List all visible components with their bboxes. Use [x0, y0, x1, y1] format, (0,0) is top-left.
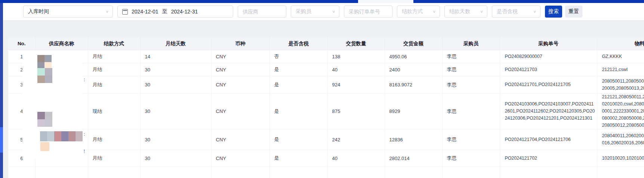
table-header-row: No. 供应商名称 结款方式 月结天数 币种 是否含税 交货数量 交货金额 采购…: [8, 37, 644, 50]
results-table-wrap: No. 供应商名称 结款方式 月结天数 币种 是否含税 交货数量 交货金额 采购…: [8, 37, 644, 178]
cell-material: 208040011,20602001 016,206020016,2060: [597, 129, 644, 150]
cell-currency: CNY: [211, 93, 269, 129]
cell-qty: 924: [327, 76, 385, 93]
table-row: 1 月结 14 CNY 否 138 4950.06 李思 PO240829000…: [8, 50, 644, 63]
chevron-down-icon: ∨: [105, 10, 109, 13]
cell-settle-method: 月结: [88, 129, 140, 150]
cell-settle-method: 月结: [88, 50, 140, 63]
reset-button[interactable]: 重置: [565, 6, 582, 18]
tax-included-select[interactable]: 是否含税 ∨: [492, 6, 540, 18]
cell-qty: 40: [327, 63, 385, 76]
col-header-buyer: 采购员: [442, 37, 500, 50]
date-start[interactable]: 2024-12-01: [132, 9, 158, 15]
cell-tax: 否: [269, 50, 327, 63]
chevron-down-icon: ∨: [332, 10, 335, 13]
col-header-amount: 交货金额: [385, 37, 442, 50]
cell-po: PO2024121702: [500, 150, 597, 167]
table-row: 3 月结 30 CNY 是 924 8163.9072 李思 PO2024121…: [8, 76, 644, 93]
date-separator: 至: [162, 8, 167, 15]
table-background: No. 供应商名称 结款方式 月结天数 币种 是否含税 交货数量 交货金额 采购…: [3, 21, 644, 178]
cell-qty: 138: [327, 50, 385, 63]
chevron-down-icon: ∨: [480, 10, 483, 13]
supplier-link-fragment: ：: [82, 77, 87, 82]
vertical-scrollbar-track[interactable]: [0, 3, 3, 178]
vertical-scrollbar-thumb[interactable]: [0, 127, 3, 153]
content-area: 入库时间 ∨ 2024-12-01 至 2024-12-31 采购员 ∨ 结款方…: [3, 3, 644, 178]
cell-po: PO2024121703: [500, 63, 597, 76]
cell-po: PO240829000007: [500, 50, 597, 63]
cell-qty: 242: [327, 129, 385, 150]
supplier-input-box[interactable]: [238, 6, 286, 18]
buyer-select[interactable]: 采购员 ∨: [291, 6, 339, 18]
cell-buyer: 李思: [442, 150, 500, 167]
cell-buyer: 李思: [442, 50, 500, 63]
calendar-icon: [122, 9, 128, 15]
col-header-qty: 交货数量: [327, 37, 385, 50]
cell-days: 30: [140, 93, 211, 129]
cell-po: PO2024103006,PO2024103007,PO202411 2601,…: [500, 93, 597, 129]
cell-material: 212121,cswl: [597, 63, 644, 76]
supplier-pixelation-row4: [37, 112, 52, 127]
supplier-link-fragment: ：: [82, 132, 87, 137]
buyer-placeholder: 采购员: [296, 8, 311, 15]
cell-po: PO2024121704,PO2024121706: [500, 129, 597, 150]
cell-amount: 8929: [385, 93, 442, 129]
cell-days: 30: [140, 129, 211, 150]
table-row: 2 月结 30 CNY 是 40 2400 李思 PO2024121703 21…: [8, 63, 644, 76]
cell-material: 212121,208050011,2 02010020,cswl,20804 0…: [597, 93, 644, 129]
settle-method-select[interactable]: 结款方式 ∨: [397, 6, 440, 18]
col-header-settle-method: 结款方式: [88, 37, 140, 50]
cell-buyer: 李思: [442, 63, 500, 76]
chevron-down-icon: ∨: [533, 10, 536, 13]
col-header-no: No.: [8, 37, 35, 50]
supplier-redaction-box: [22, 50, 82, 159]
settle-days-placeholder: 结款天数: [449, 8, 470, 15]
cell-tax: 是: [269, 93, 327, 129]
cell-settle-method: 月结: [88, 63, 140, 76]
cell-qty: 875: [327, 93, 385, 129]
table-row: 4 现结 30 CNY 是 875 8929 李思 PO2024103006,P…: [8, 93, 644, 129]
cell-tax: 是: [269, 150, 327, 167]
date-range-picker[interactable]: 2024-12-01 至 2024-12-31: [117, 6, 233, 18]
cell-tax: 是: [269, 76, 327, 93]
cell-tax: 是: [269, 129, 327, 150]
supplier-link-fragment: ！: [82, 149, 87, 154]
cell-settle-method: 现结: [88, 93, 140, 129]
cell-amount: 2802.014: [385, 150, 442, 167]
search-button[interactable]: 搜索: [545, 6, 562, 18]
po-number-input[interactable]: [344, 6, 392, 17]
cell-days: 30: [140, 76, 211, 93]
cell-settle-method: 月结: [88, 76, 140, 93]
cell-currency: CNY: [211, 63, 269, 76]
cell-currency: CNY: [211, 76, 269, 93]
table-row: 5 月结 30 CNY 是 242 12836 李思 PO2024121704,…: [8, 129, 644, 150]
cell-currency: CNY: [211, 50, 269, 63]
col-header-material: 物料: [597, 37, 644, 50]
settle-days-select[interactable]: 结款天数 ∨: [444, 6, 487, 18]
chevron-down-icon: ∨: [432, 10, 436, 13]
cell-buyer: 李思: [442, 129, 500, 150]
cell-buyer: 李思: [442, 76, 500, 93]
cell-settle-method: 月结: [88, 150, 140, 167]
cell-material: 102010020,10201004: [597, 150, 644, 167]
cell-po: PO2024121701,PO2024121705: [500, 76, 597, 93]
col-header-tax: 是否含税: [269, 37, 327, 50]
supplier-pixelation-row2: [37, 68, 52, 83]
cell-buyer: 李思: [442, 93, 500, 129]
col-header-supplier: 供应商名称: [35, 37, 88, 50]
col-header-po: 采购单号: [500, 37, 597, 50]
supplier-pixelation-row5-block: [40, 142, 49, 151]
supplier-input[interactable]: [238, 6, 286, 17]
cell-amount: 12836: [385, 129, 442, 150]
table-row: 6 月结 30 CNY 是 40 2802.014 李思 PO202412170…: [8, 150, 644, 167]
settle-method-placeholder: 结款方式: [402, 8, 423, 15]
time-type-select[interactable]: 入库时间 ∨: [23, 6, 113, 18]
app-window: 入库时间 ∨ 2024-12-01 至 2024-12-31 采购员 ∨ 结款方…: [0, 0, 644, 178]
results-table: No. 供应商名称 结款方式 月结天数 币种 是否含税 交货数量 交货金额 采购…: [8, 37, 644, 178]
cell-amount: 2400: [385, 63, 442, 76]
cell-currency: CNY: [211, 129, 269, 150]
horizontal-scrollbar-track[interactable]: [0, 0, 644, 3]
horizontal-scrollbar-thumb[interactable]: [358, 0, 413, 3]
po-number-input-box[interactable]: [344, 6, 392, 18]
date-end[interactable]: 2024-12-31: [171, 9, 198, 15]
